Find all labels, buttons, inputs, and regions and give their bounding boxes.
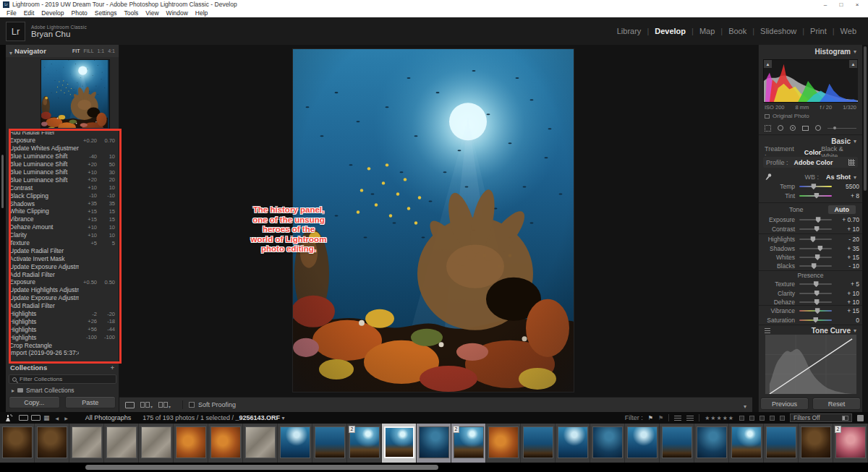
menu-item[interactable]: File bbox=[3, 9, 20, 17]
slider-value[interactable]: 0 bbox=[836, 317, 859, 324]
filmstrip-thumbnail[interactable] bbox=[384, 426, 414, 458]
stack-count-badge[interactable]: 2 bbox=[349, 426, 356, 433]
filmstrip-cell[interactable] bbox=[625, 424, 660, 463]
filters-dropdown[interactable]: Filters Off bbox=[790, 413, 852, 422]
slider-track[interactable] bbox=[799, 195, 832, 197]
slider-thumb[interactable] bbox=[813, 317, 818, 323]
filmstrip-thumbnail[interactable] bbox=[37, 426, 67, 458]
filmstrip-cell[interactable] bbox=[278, 424, 312, 463]
history-step[interactable]: Update Highlights Adjustment bbox=[6, 286, 119, 294]
filmstrip-cell[interactable] bbox=[417, 424, 451, 463]
module-tab[interactable]: Print bbox=[796, 27, 826, 35]
painter-tool-icon[interactable] bbox=[4, 413, 13, 422]
filmstrip-thumbnail[interactable] bbox=[419, 426, 449, 458]
compare-view-icon[interactable] bbox=[158, 398, 171, 411]
module-tab[interactable]: Slideshow bbox=[746, 27, 796, 35]
star-rating-filter[interactable]: ★★★★★ bbox=[705, 415, 734, 421]
basic-header[interactable]: Basic bbox=[759, 136, 862, 146]
module-tab[interactable]: Develop bbox=[641, 27, 686, 35]
history-step[interactable]: Exposure +0.50 0.50 bbox=[6, 278, 119, 286]
flag-pick-icon[interactable] bbox=[648, 414, 653, 421]
navigator-zoom-option[interactable]: FILL bbox=[84, 48, 94, 53]
next-photo-icon[interactable] bbox=[64, 416, 68, 421]
slider-track[interactable] bbox=[799, 228, 832, 230]
filmstrip-thumbnail[interactable] bbox=[72, 426, 102, 458]
history-step[interactable]: Update Whites Adjustment bbox=[6, 145, 119, 153]
slider-thumb[interactable] bbox=[814, 226, 820, 232]
module-tab[interactable]: Library bbox=[617, 27, 642, 35]
navigator-zoom-option[interactable]: FIT bbox=[72, 48, 80, 53]
history-step[interactable]: Clarity +10 10 bbox=[6, 231, 119, 239]
crop-tool-icon[interactable] bbox=[765, 125, 771, 132]
history-step[interactable]: White Clipping +15 15 bbox=[6, 207, 119, 215]
auto-button[interactable]: Auto bbox=[827, 205, 857, 215]
history-step[interactable]: Highlights -2 -20 bbox=[6, 310, 119, 318]
filmstrip-cell[interactable]: 2 bbox=[451, 424, 486, 463]
history-step[interactable]: Dehaze Amount +10 10 bbox=[6, 223, 119, 231]
filmstrip-thumbnail[interactable] bbox=[662, 426, 692, 458]
filter-collections-input[interactable]: Filter Collections bbox=[9, 374, 116, 384]
history-step[interactable]: Vibrance +15 15 bbox=[6, 215, 119, 223]
minimize-button[interactable]: – bbox=[817, 1, 833, 8]
adjustment-brush-icon[interactable] bbox=[827, 128, 856, 129]
filmstrip-thumbnail[interactable] bbox=[558, 426, 588, 458]
navigator-zoom-option[interactable]: 4:1 bbox=[108, 48, 115, 53]
shadow-clipping-icon[interactable] bbox=[764, 60, 772, 68]
chevron-down-icon[interactable] bbox=[854, 327, 856, 334]
copy-button[interactable]: Copy... bbox=[9, 396, 60, 408]
filmstrip-thumbnail[interactable] bbox=[141, 426, 171, 458]
menu-item[interactable]: Help bbox=[192, 9, 211, 17]
filmstrip-cell[interactable] bbox=[660, 424, 694, 463]
chevron-down-icon[interactable] bbox=[854, 137, 856, 145]
slider-track[interactable] bbox=[799, 293, 832, 294]
stack-count-badge[interactable]: 2 bbox=[835, 426, 842, 433]
highlight-clipping-icon[interactable] bbox=[849, 60, 857, 68]
loupe-view-icon[interactable] bbox=[125, 402, 135, 408]
color-label-purple[interactable] bbox=[780, 416, 785, 421]
original-photo-row[interactable]: Original Photo bbox=[765, 113, 809, 119]
history-step[interactable]: Update Exposure Adjustment bbox=[6, 294, 119, 302]
paste-button[interactable]: Paste bbox=[65, 396, 116, 408]
module-tab[interactable]: Book bbox=[715, 27, 746, 35]
histogram-header[interactable]: Histogram bbox=[759, 46, 862, 56]
history-step[interactable]: Add Radial Filter bbox=[6, 302, 119, 310]
filmstrip-cell[interactable] bbox=[243, 424, 278, 463]
graduated-filter-icon[interactable] bbox=[802, 126, 809, 131]
history-step[interactable]: Crop Rectangle bbox=[6, 341, 119, 349]
menu-item[interactable]: Develop bbox=[38, 9, 67, 17]
history-step[interactable]: Texture +5 5 bbox=[6, 239, 119, 247]
filmstrip-thumbnail[interactable] bbox=[245, 426, 276, 458]
radial-filter-icon[interactable] bbox=[815, 125, 821, 131]
color-label-green[interactable] bbox=[760, 416, 765, 421]
slider-track[interactable] bbox=[799, 265, 832, 267]
history-step[interactable]: Highlights -100 -100 bbox=[6, 333, 119, 341]
right-scrollbar-thumb[interactable] bbox=[864, 46, 867, 191]
filmstrip-thumbnail[interactable] bbox=[766, 426, 796, 458]
tone-curve-graph[interactable] bbox=[765, 334, 856, 395]
filmstrip-thumbnail[interactable]: 2 bbox=[349, 426, 380, 458]
slider-thumb[interactable] bbox=[815, 254, 820, 260]
chevron-down-icon[interactable] bbox=[854, 173, 856, 181]
second-window-icon[interactable] bbox=[31, 415, 41, 421]
slider-value[interactable]: + 15 bbox=[836, 254, 859, 261]
profile-value[interactable]: Adobe Color bbox=[794, 159, 833, 166]
filmstrip-thumbnail[interactable] bbox=[488, 426, 519, 458]
toolbar-options-icon[interactable] bbox=[744, 398, 746, 411]
history-step[interactable]: Add Radial Filter bbox=[6, 132, 119, 137]
filter-lock-icon[interactable] bbox=[857, 415, 864, 421]
menu-item[interactable]: Window bbox=[163, 9, 192, 17]
slider-track[interactable] bbox=[799, 301, 832, 303]
filmstrip-cell[interactable] bbox=[104, 424, 139, 463]
history-step[interactable]: Shadows +35 35 bbox=[6, 199, 119, 207]
rating-compare-icon[interactable] bbox=[674, 416, 681, 421]
filmstrip-thumbnail[interactable] bbox=[801, 426, 831, 458]
menu-item[interactable]: Photo bbox=[68, 9, 91, 17]
slider-track[interactable] bbox=[799, 319, 832, 321]
filmstrip-thumbnail[interactable] bbox=[315, 426, 345, 458]
slider-track[interactable] bbox=[799, 283, 832, 285]
color-label-red[interactable] bbox=[739, 416, 744, 421]
slider-track[interactable] bbox=[799, 310, 832, 312]
grid-view-icon[interactable] bbox=[43, 414, 50, 421]
filmstrip-cell[interactable] bbox=[799, 424, 833, 463]
before-after-icon[interactable] bbox=[140, 398, 153, 411]
